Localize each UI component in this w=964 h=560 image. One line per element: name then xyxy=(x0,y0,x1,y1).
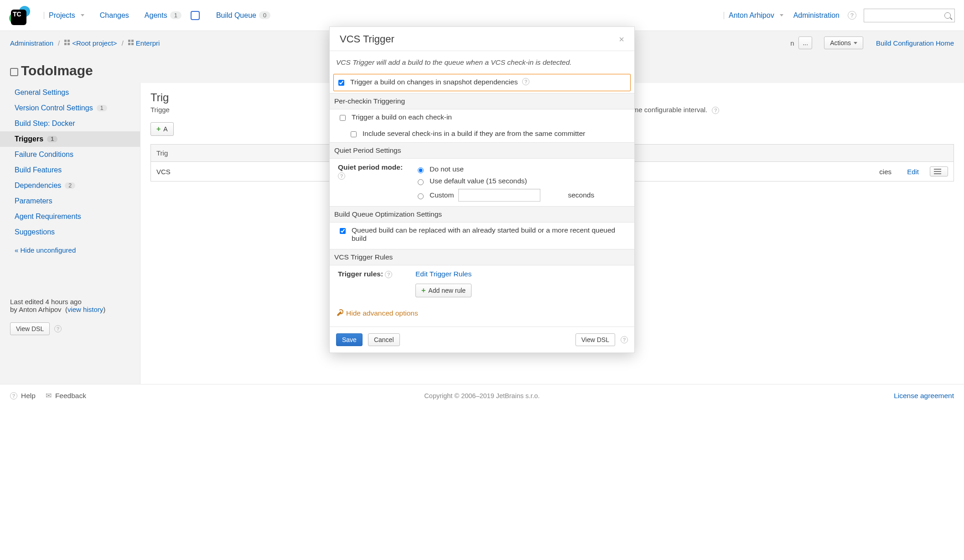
nav-changes[interactable]: Changes xyxy=(97,8,132,23)
sidebar-item-suggestions[interactable]: Suggestions xyxy=(0,224,140,240)
wrench-icon xyxy=(336,310,342,316)
close-icon[interactable]: × xyxy=(619,35,624,44)
vcs-trigger-dialog: VCS Trigger × VCS Trigger will add a bui… xyxy=(329,26,635,353)
mail-icon: ✉ xyxy=(46,392,52,400)
view-history-link[interactable]: view history xyxy=(67,306,103,313)
sidebar-item-label: Triggers xyxy=(15,135,43,143)
footer: ? Help ✉ Feedback Copyright © 2006–2019 … xyxy=(0,384,964,407)
quiet-custom-radio[interactable] xyxy=(418,193,424,199)
count-badge: 1 xyxy=(47,136,57,142)
help-icon[interactable]: ? xyxy=(338,172,345,180)
footer-feedback-link[interactable]: Feedback xyxy=(55,392,86,400)
view-dsl-button[interactable]: View DSL xyxy=(575,333,615,346)
nav-administration[interactable]: Administration xyxy=(791,8,842,23)
add-rule-button[interactable]: +Add new rule xyxy=(415,284,472,297)
quiet-default-radio[interactable] xyxy=(418,179,424,185)
menu-icon xyxy=(934,169,941,174)
square-icon[interactable] xyxy=(191,11,200,20)
build-queue-badge: 0 xyxy=(259,11,270,19)
nav-build-queue[interactable]: Build Queue 0 xyxy=(213,8,273,23)
crumb-root[interactable]: <Root project> xyxy=(64,39,117,47)
sidebar-item-parameters[interactable]: Parameters xyxy=(0,193,140,209)
quiet-none-row[interactable]: Do not use xyxy=(415,163,594,175)
crumb-administration[interactable]: Administration xyxy=(10,39,53,47)
sidebar-item-label: Failure Conditions xyxy=(15,150,73,159)
section-vcs-rules: VCS Trigger Rules xyxy=(330,249,634,265)
sidebar-item-failure-conditions[interactable]: Failure Conditions xyxy=(0,147,140,162)
dialog-footer: Save Cancel View DSL ? xyxy=(330,327,634,353)
sidebar-item-version-control-settings[interactable]: Version Control Settings1 xyxy=(0,100,140,116)
grid-icon xyxy=(64,40,71,46)
help-icon[interactable]: ? xyxy=(848,11,856,20)
license-link[interactable]: License agreement xyxy=(894,392,954,400)
sidebar-item-dependencies[interactable]: Dependencies2 xyxy=(0,178,140,193)
footer-help-link[interactable]: Help xyxy=(21,392,36,400)
include-committer-checkbox[interactable] xyxy=(351,131,357,137)
section-build-queue-opt: Build Queue Optimization Settings xyxy=(330,206,634,223)
queue-replace-row[interactable]: Queued build can be replaced with an alr… xyxy=(336,223,628,246)
view-dsl-button[interactable]: View DSL xyxy=(10,322,50,335)
trigger-menu-button[interactable] xyxy=(930,166,948,176)
help-icon[interactable]: ? xyxy=(54,325,62,332)
hide-unconfigured-link[interactable]: « Hide unconfigured xyxy=(15,246,76,254)
sidebar-item-label: Dependencies xyxy=(15,181,61,190)
edit-trigger-link[interactable]: Edit xyxy=(907,168,919,176)
plus-icon: + xyxy=(421,286,425,295)
nav-user[interactable]: Anton Arhipov xyxy=(721,8,786,23)
edit-trigger-rules-link[interactable]: Edit Trigger Rules xyxy=(415,270,472,278)
add-trigger-button[interactable]: +A xyxy=(150,122,174,136)
agents-badge: 1 xyxy=(170,11,181,19)
trigger-snapshot-row[interactable]: Trigger a build on changes in snapshot d… xyxy=(333,74,631,91)
quiet-seconds-input[interactable] xyxy=(458,189,540,202)
sidebar-item-build-features[interactable]: Build Features xyxy=(0,162,140,178)
help-icon[interactable]: ? xyxy=(621,336,628,343)
help-icon[interactable]: ? xyxy=(522,78,529,85)
sidebar-item-triggers[interactable]: Triggers1 xyxy=(0,131,140,147)
trigger-each-checkin-checkbox[interactable] xyxy=(340,115,346,121)
nav-agents[interactable]: Agents 1 xyxy=(142,8,184,23)
dialog-title: VCS Trigger xyxy=(340,33,394,45)
count-badge: 1 xyxy=(97,105,107,111)
sidebar-item-build-step-docker[interactable]: Build Step: Docker xyxy=(0,116,140,131)
nav-projects[interactable]: Projects xyxy=(41,8,87,23)
queue-replace-checkbox[interactable] xyxy=(340,228,346,234)
help-icon[interactable]: ? xyxy=(712,107,719,114)
crumb-project[interactable]: Enterpri xyxy=(128,39,160,47)
copyright: Copyright © 2006–2019 JetBrains s.r.o. xyxy=(0,392,964,399)
sidebar-item-label: Version Control Settings xyxy=(15,104,93,112)
include-committer-row[interactable]: Include several check-ins in a build if … xyxy=(336,126,628,142)
sidebar-item-agent-requirements[interactable]: Agent Requirements xyxy=(0,209,140,224)
teamcity-logo[interactable] xyxy=(8,5,29,26)
trigger-each-checkin-row[interactable]: Trigger a build on each check-in xyxy=(336,109,628,126)
help-icon[interactable]: ? xyxy=(385,271,392,278)
quiet-none-radio[interactable] xyxy=(418,167,424,173)
save-button[interactable]: Save xyxy=(336,333,363,346)
hide-advanced-link[interactable]: Hide advanced options xyxy=(336,309,418,317)
th-trigger: Trig xyxy=(151,145,176,162)
sidebar-item-label: Build Features xyxy=(15,166,62,174)
count-badge: 2 xyxy=(65,182,75,189)
section-quiet-period: Quiet Period Settings xyxy=(330,142,634,159)
quiet-default-row[interactable]: Use default value (15 seconds) xyxy=(415,175,594,187)
actions-button[interactable]: Actions xyxy=(824,36,863,49)
crumb-more-button[interactable]: ... xyxy=(798,36,812,49)
search-icon xyxy=(944,12,951,19)
sidebar: General SettingsVersion Control Settings… xyxy=(0,83,140,384)
cancel-button[interactable]: Cancel xyxy=(368,333,400,346)
help-icon[interactable]: ? xyxy=(10,392,17,399)
trigger-snapshot-checkbox[interactable] xyxy=(338,80,344,86)
dialog-description: VCS Trigger will add a build to the queu… xyxy=(336,58,628,67)
sidebar-item-label: Parameters xyxy=(15,197,52,205)
trigger-rules-label: Trigger rules: ? xyxy=(338,270,406,297)
plus-icon: + xyxy=(156,125,161,133)
sidebar-item-general-settings[interactable]: General Settings xyxy=(0,85,140,100)
sidebar-item-label: Suggestions xyxy=(15,228,55,236)
build-config-home-link[interactable]: Build Configuration Home xyxy=(876,39,954,47)
quiet-period-label: Quiet period mode: ? xyxy=(338,163,406,203)
search-input[interactable] xyxy=(864,9,955,22)
chevron-down-icon xyxy=(854,42,857,44)
edit-meta: Last edited 4 hours ago by Anton Arhipov… xyxy=(10,298,130,335)
section-per-checkin: Per-checkin Triggering xyxy=(330,93,634,109)
sidebar-item-label: Build Step: Docker xyxy=(15,119,75,128)
quiet-custom-row[interactable]: Custom seconds xyxy=(415,187,594,203)
